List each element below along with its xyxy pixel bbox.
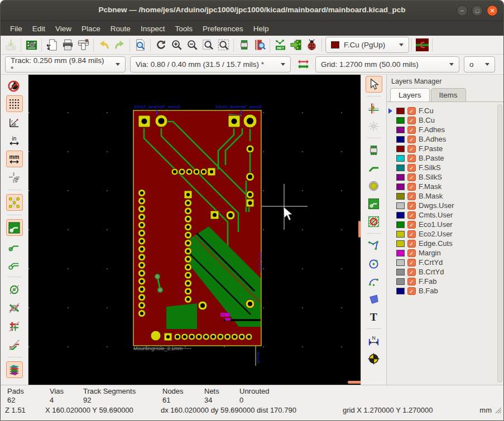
draw-polygon-tool[interactable] [366, 291, 382, 307]
library-browser-button[interactable] [252, 37, 267, 53]
layer-color-swatch[interactable] [396, 278, 405, 285]
find-button[interactable] [132, 37, 148, 53]
layer-color-swatch[interactable] [396, 288, 405, 294]
grid-visibility-button[interactable] [6, 95, 23, 112]
show-filled-zones-button[interactable] [6, 219, 23, 236]
track-display-mode-button[interactable] [414, 37, 430, 53]
layer-color-swatch[interactable] [396, 250, 405, 257]
layer-visibility-checkbox[interactable]: ✓ [407, 240, 416, 248]
layer-visibility-checkbox[interactable]: ✓ [407, 287, 416, 295]
page-settings-button[interactable] [44, 37, 60, 53]
menu-preferences[interactable]: Preferences [198, 23, 248, 35]
layer-row-B.Cu[interactable]: ✓B.Cu [387, 115, 503, 125]
add-keepout-tool[interactable] [366, 213, 382, 230]
zoom-selection-button[interactable] [215, 37, 231, 53]
board-setup-button[interactable] [23, 37, 39, 53]
layer-visibility-checkbox[interactable]: ✓ [407, 107, 416, 115]
layer-color-swatch[interactable] [396, 183, 405, 190]
layer-row-F.Cu[interactable]: ✓F.Cu [387, 106, 503, 115]
units-inch-button[interactable]: in [6, 132, 23, 149]
layer-row-F.Adhes[interactable]: ✓F.Adhes [387, 125, 503, 134]
high-contrast-button[interactable] [6, 299, 23, 316]
canvas-vertical-scrollbar[interactable] [358, 221, 361, 238]
set-origin-tool[interactable] [366, 350, 382, 367]
layer-visibility-checkbox[interactable]: ✓ [407, 221, 416, 229]
layer-color-swatch[interactable] [396, 146, 405, 152]
layer-row-B.CrtYd[interactable]: ✓B.CrtYd [387, 267, 503, 277]
sketch-pads-button[interactable] [6, 318, 23, 335]
cursor-shape-button[interactable] [6, 169, 23, 186]
sketch-vias-button[interactable] [6, 281, 23, 298]
layer-color-swatch[interactable] [396, 259, 405, 266]
menu-inspect[interactable]: Inspect [136, 23, 170, 35]
layer-row-F.Paste[interactable]: ✓F.Paste [387, 144, 503, 153]
layer-color-swatch[interactable] [396, 193, 405, 200]
draw-line-tool[interactable] [366, 237, 382, 254]
menu-tools[interactable]: Tools [170, 23, 198, 35]
canvas-horizontal-scrollbar[interactable] [348, 381, 361, 384]
print-button[interactable] [60, 37, 75, 53]
layer-color-swatch[interactable] [396, 174, 405, 181]
tab-layers[interactable]: Layers [390, 88, 430, 102]
layer-row-Margin[interactable]: ✓Margin [387, 248, 503, 258]
layer-row-B.Adhes[interactable]: ✓B.Adhes [387, 134, 503, 144]
drc-button[interactable] [304, 37, 319, 53]
add-footprint-tool[interactable] [366, 142, 382, 158]
layer-visibility-checkbox[interactable]: ✓ [407, 126, 416, 134]
layer-visibility-checkbox[interactable]: ✓ [407, 249, 416, 257]
layer-select[interactable]: F.Cu (PgUp) [325, 37, 409, 53]
layer-color-swatch[interactable] [396, 212, 405, 219]
track-width-select[interactable]: Track: 0.250 mm (9.84 mils) * [5, 56, 126, 72]
layer-row-F.SilkS[interactable]: ✓F.SilkS [387, 163, 503, 172]
add-via-tool[interactable] [366, 177, 382, 194]
menu-route[interactable]: Route [105, 23, 136, 35]
layer-color-swatch[interactable] [396, 117, 405, 124]
layer-row-Eco1.User[interactable]: ✓Eco1.User [387, 220, 503, 229]
drc-off-button[interactable] [6, 77, 23, 94]
tab-items[interactable]: Items [431, 88, 466, 102]
layer-visibility-checkbox[interactable]: ✓ [407, 117, 416, 124]
layer-visibility-checkbox[interactable]: ✓ [407, 183, 416, 191]
layer-color-swatch[interactable] [396, 231, 405, 238]
save-button[interactable] [3, 37, 18, 53]
show-ratsnest-button[interactable] [6, 194, 23, 211]
layer-visibility-checkbox[interactable]: ✓ [407, 136, 416, 143]
add-text-tool[interactable]: T [366, 308, 382, 325]
menu-view[interactable]: View [50, 23, 76, 35]
add-dimension-tool[interactable]: N [366, 332, 382, 349]
layer-visibility-checkbox[interactable]: ✓ [407, 164, 416, 172]
zoom-fit-button[interactable] [200, 37, 215, 53]
layer-visibility-checkbox[interactable]: ✓ [407, 268, 416, 276]
layer-visibility-checkbox[interactable]: ✓ [407, 202, 416, 210]
add-zone-tool[interactable] [366, 195, 382, 212]
highlight-net-tool[interactable] [366, 100, 382, 117]
titlebar[interactable]: Pcbnew — /home/jes/Arduino/jpc1000/jpc10… [1, 1, 503, 21]
menu-help[interactable]: Help [248, 23, 274, 35]
layer-color-swatch[interactable] [396, 127, 405, 133]
refresh-view-button[interactable] [153, 37, 169, 53]
sketch-tracks-button[interactable] [6, 238, 23, 254]
footprint-editor-button[interactable] [236, 37, 252, 53]
plot-button[interactable] [75, 37, 91, 53]
draw-circle-tool[interactable] [366, 255, 382, 272]
layer-row-F.Mask[interactable]: ✓F.Mask [387, 182, 503, 191]
layer-visibility-checkbox[interactable]: ✓ [407, 259, 416, 267]
layer-color-swatch[interactable] [396, 136, 405, 143]
layer-row-Dwgs.User[interactable]: ✓Dwgs.User [387, 201, 503, 210]
layer-color-swatch[interactable] [396, 155, 405, 162]
menu-file[interactable]: File [5, 23, 27, 35]
layer-row-F.CrtYd[interactable]: ✓F.CrtYd [387, 258, 503, 267]
layer-row-Edge.Cuts[interactable]: ✓Edge.Cuts [387, 239, 503, 248]
maximize-button[interactable]: □ [472, 5, 483, 16]
layer-row-F.Fab[interactable]: ✓F.Fab [387, 277, 503, 286]
layer-color-swatch[interactable] [396, 108, 405, 114]
layer-visibility-checkbox[interactable]: ✓ [407, 278, 416, 285]
layer-visibility-checkbox[interactable]: ✓ [407, 211, 416, 219]
redo-button[interactable] [112, 37, 127, 53]
zoom-in-button[interactable] [169, 37, 184, 53]
grid-select[interactable]: Grid: 1.2700 mm (50.00 mils) [315, 56, 459, 72]
layer-row-B.Fab[interactable]: ✓B.Fab [387, 286, 503, 296]
minimize-button[interactable]: − [457, 5, 468, 16]
polar-coords-button[interactable]: rθ [6, 114, 23, 130]
sketch-mode-button[interactable] [6, 336, 23, 353]
